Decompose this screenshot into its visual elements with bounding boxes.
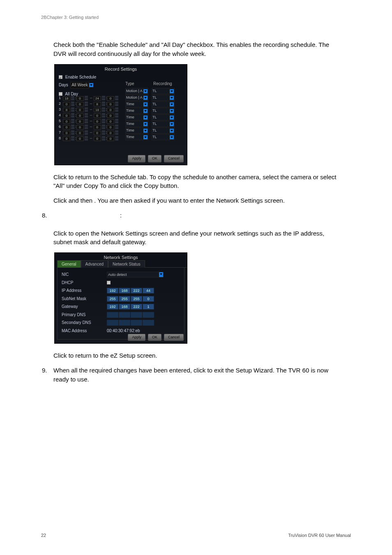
enable-schedule-label: Enable Schedule [65,75,97,79]
enable-schedule-checkbox[interactable] [59,75,62,79]
recording-dropdown[interactable]: TL [152,95,175,101]
paragraph: Click and then . You are then asked if y… [53,196,341,205]
type-dropdown[interactable]: Time [125,108,148,114]
subnet-mask-label: SubNet Mask [62,296,107,302]
manual-title: TruVision DVR 60 User Manual [288,533,351,538]
gateway-label: Gateway [62,304,107,310]
type-dropdown[interactable]: Time [125,101,148,107]
recording-dropdown[interactable]: TL [152,134,175,140]
gateway-field[interactable]: 1921682221 [107,304,154,310]
step-number-8: 8. [42,211,53,225]
recording-dropdown[interactable]: TL [152,127,175,134]
tab-advanced[interactable]: Advanced [81,260,108,268]
type-dropdown[interactable]: Time [125,127,148,134]
subnet-mask-field[interactable]: 2552552550 [107,296,154,302]
step-number-9: 9. [42,366,53,389]
recording-dropdown[interactable]: TL [152,88,175,94]
type-dropdown[interactable]: Motion | A [125,95,148,101]
type-header: Type [125,81,153,87]
recording-header: Recording [153,81,172,87]
ok-button[interactable]: OK [148,334,161,341]
apply-button[interactable]: Apply [128,334,145,341]
recording-dropdown[interactable]: TL [152,101,175,107]
paragraph: Click to return to the eZ Setup screen. [53,351,341,360]
mac-address-label: MAC Address [62,328,107,334]
cancel-button[interactable]: Cancel [164,155,184,162]
step-9-text: When all the required changes have been … [53,366,341,384]
paragraph: Click to return to the Schedule tab. To … [53,173,341,191]
tab-general[interactable]: General [57,260,81,268]
network-settings-screenshot: Network Settings General Advanced Networ… [54,252,187,344]
dhcp-label: DHCP [62,280,107,286]
record-settings-screenshot: Record Settings Enable Schedule Days All… [54,64,187,165]
paragraph: Check both the "Enable Schedule" and "Al… [53,40,341,58]
type-dropdown[interactable]: Motion | A [125,88,148,94]
chevron-down-icon[interactable] [89,83,93,87]
type-dropdown[interactable]: Time [125,121,148,127]
cancel-button[interactable]: Cancel [164,334,184,341]
secondary-dns-field[interactable]: .... [107,320,154,326]
ip-address-label: IP Address [62,288,107,294]
recording-dropdown[interactable]: TL [152,121,175,127]
paragraph: Click to open the Network Settings scree… [53,229,341,247]
primary-dns-label: Primary DNS [62,312,107,318]
dialog-title: Record Settings [55,65,187,72]
step-8-label: : [120,211,341,220]
nic-dropdown[interactable]: Auto detect [107,272,164,278]
page-number: 22 [41,533,46,538]
ip-address-field[interactable]: 19216822244 [107,288,154,294]
running-header: 2BChapter 3: Getting started [41,15,99,20]
apply-button[interactable]: Apply [128,155,145,162]
dhcp-checkbox[interactable] [107,281,111,284]
mac-address-value: 00:40:30:47:92:eb [107,328,140,334]
tab-network-status[interactable]: Network Status [108,260,145,268]
days-label: Days [59,83,68,87]
type-dropdown[interactable]: Time [125,134,148,140]
recording-dropdown[interactable]: TL [152,114,175,120]
schedule-time-grid: 118:0--24:0 20:0--8:0 38:0--18:0 40:0--0… [59,96,119,142]
secondary-dns-label: Secondary DNS [62,320,107,326]
recording-dropdown[interactable]: TL [152,108,175,114]
days-dropdown[interactable]: All Week [70,82,89,89]
dialog-title: Network Settings [55,253,187,260]
type-dropdown[interactable]: Time [125,114,148,120]
nic-label: NIC [62,272,107,278]
ok-button[interactable]: OK [148,155,161,162]
primary-dns-field[interactable]: .... [107,312,154,318]
